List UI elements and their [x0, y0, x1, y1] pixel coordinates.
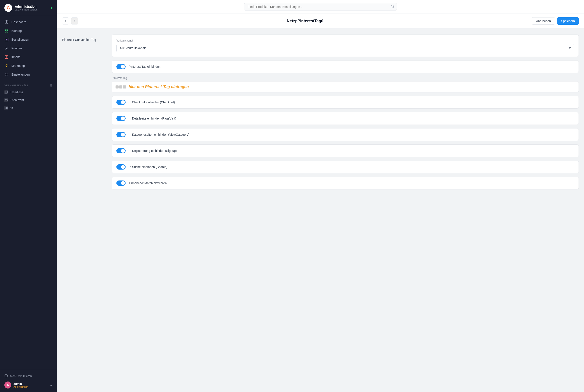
- toggle-card-suche: In Suche einbinden (Search): [112, 160, 579, 173]
- svg-rect-18: [5, 100, 7, 101]
- verkaufskanal-label: Verkaufskanal: [116, 39, 574, 42]
- svg-rect-20: [6, 107, 8, 108]
- sidebar-item-headless[interactable]: Headless: [0, 88, 57, 96]
- user-menu-chevron-icon[interactable]: ▲: [50, 384, 52, 386]
- pinterest-tag-embed-toggle[interactable]: [116, 64, 126, 69]
- sidebar-item-tk[interactable]: tk: [0, 104, 57, 112]
- checkout-toggle-label: In Checkout einbinden (Checkout): [129, 100, 175, 104]
- app-title: Administration: [15, 5, 37, 8]
- save-button[interactable]: Speichern: [557, 17, 579, 25]
- tag-icon-square-2: [119, 86, 122, 88]
- page-header: NetzpPinterestTag6 Abbrechen Speichern: [57, 14, 584, 28]
- sidebar-item-kunden[interactable]: Kunden: [0, 44, 57, 53]
- main-content: NetzpPinterestTag6 Abbrechen Speichern P…: [57, 0, 584, 392]
- toggle-card-detailseite: In Detailseite einbinden (PageVisit): [112, 112, 579, 125]
- svg-point-0: [5, 20, 8, 24]
- sidebar-item-label: Inhalte: [11, 55, 20, 59]
- pinterest-tag-section-label: Pinterest Tag: [112, 76, 579, 80]
- verkaufskanal-select[interactable]: Alle Verkaufskanäle: [116, 44, 574, 52]
- svg-point-10: [6, 47, 7, 48]
- checkout-toggle[interactable]: [116, 100, 126, 105]
- user-section: A admin Administrator ▲: [4, 382, 52, 388]
- kategorieseiten-toggle[interactable]: [116, 132, 126, 137]
- sidebar-channel-label: Headless: [10, 90, 23, 94]
- online-indicator: [51, 7, 52, 9]
- detailseite-toggle[interactable]: [116, 116, 126, 121]
- app-info: Administration v6.1.4 Stable Version: [15, 5, 37, 11]
- headless-channel-icon: [4, 90, 8, 94]
- user-info: admin Administrator: [13, 382, 28, 388]
- page-title: NetzpPinterestTag6: [78, 19, 532, 24]
- pinterest-tag-placeholder-text: hier den Pinterest-Tag eintragen: [129, 84, 189, 89]
- einstellungen-icon: [4, 72, 9, 77]
- search-bar: [244, 3, 397, 10]
- right-panel: Verkaufskanal Alle Verkaufskanäle ▼ Pint…: [112, 34, 579, 386]
- sidebar-item-marketing[interactable]: Marketing: [0, 62, 57, 70]
- registrierung-toggle-label: In Registrierung einbinden (Signup): [129, 149, 177, 152]
- dashboard-icon: [4, 20, 9, 24]
- pinterest-tag-embed-label: Pinterest Tag einbinden: [129, 65, 160, 68]
- sidebar-item-kataloge[interactable]: Kataloge: [0, 26, 57, 35]
- settings-button[interactable]: [71, 18, 78, 24]
- svg-rect-21: [5, 108, 6, 109]
- toggle-card-registrierung: In Registrierung einbinden (Signup): [112, 144, 579, 157]
- sidebar-item-storefront[interactable]: Storefront: [0, 96, 57, 104]
- toggle-card-enhanced: 'Enhanced' Match aktivieren: [112, 177, 579, 190]
- svg-rect-19: [5, 107, 6, 108]
- tk-channel-icon: [4, 106, 8, 110]
- verkaufskanal-select-wrapper: Alle Verkaufskanäle ▼: [116, 44, 574, 52]
- add-channel-button[interactable]: ⊕: [49, 83, 53, 88]
- toggle-card-kategorieseiten: In Kategorieseiten einbinden (ViewCatego…: [112, 128, 579, 141]
- sidebar: G Administration v6.1.4 Stable Version D…: [0, 0, 57, 392]
- sidebar-item-label: Kunden: [11, 46, 22, 50]
- search-input[interactable]: [244, 3, 397, 10]
- bestellungen-icon: [4, 37, 9, 42]
- sidebar-item-bestellungen[interactable]: Bestellungen: [0, 35, 57, 44]
- sidebar-channel-label: Storefront: [10, 98, 24, 102]
- user-avatar: A: [4, 382, 11, 388]
- sidebar-channel-label: tk: [10, 106, 13, 110]
- main-nav: Dashboard Kataloge Bestellungen Kunden I…: [0, 16, 57, 81]
- suche-toggle[interactable]: [116, 164, 126, 170]
- svg-point-25: [391, 5, 394, 8]
- svg-point-1: [6, 22, 7, 23]
- back-button[interactable]: [62, 18, 69, 24]
- sidebar-item-inhalte[interactable]: Inhalte: [0, 53, 57, 62]
- topbar: [57, 0, 584, 14]
- svg-rect-3: [7, 29, 8, 30]
- tag-icon-square-1: [115, 86, 119, 88]
- user-role: Administrator: [13, 386, 28, 388]
- content-area: Pinterest Conversion Tag Verkaufskanal A…: [57, 28, 584, 392]
- marketing-icon: [4, 64, 9, 68]
- svg-point-15: [6, 74, 7, 75]
- verkaufskanal-card: Verkaufskanal Alle Verkaufskanäle ▼: [112, 34, 579, 57]
- detailseite-toggle-label: In Detailseite einbinden (PageVisit): [129, 117, 176, 120]
- sidebar-item-label: Marketing: [11, 64, 25, 68]
- svg-point-27: [74, 20, 75, 22]
- toggle-card-checkout: In Checkout einbinden (Checkout): [112, 96, 579, 108]
- enhanced-toggle-label: 'Enhanced' Match aktivieren: [129, 181, 167, 185]
- header-actions: Abbrechen Speichern: [532, 17, 579, 25]
- section-label: Pinterest Conversion Tag: [62, 34, 106, 386]
- sidebar-item-label: Bestellungen: [11, 38, 29, 41]
- svg-rect-5: [7, 31, 8, 32]
- svg-rect-2: [5, 29, 6, 30]
- sidebar-item-dashboard[interactable]: Dashboard: [0, 18, 57, 26]
- sidebar-header: G Administration v6.1.4 Stable Version: [0, 0, 57, 16]
- minimize-menu-button[interactable]: Menü minimieren: [4, 373, 52, 379]
- sidebar-item-label: Einstellungen: [11, 73, 30, 76]
- suche-toggle-label: In Suche einbinden (Search): [129, 165, 167, 169]
- app-logo: G: [4, 4, 12, 12]
- svg-rect-22: [6, 108, 8, 109]
- svg-line-26: [393, 7, 394, 8]
- svg-rect-4: [5, 31, 6, 32]
- pinterest-tag-input-card[interactable]: hier den Pinterest-Tag eintragen: [112, 81, 579, 92]
- sidebar-footer: Menü minimieren A admin Administrator ▲: [0, 369, 57, 392]
- user-name: admin: [13, 382, 28, 386]
- sidebar-item-einstellungen[interactable]: Einstellungen: [0, 70, 57, 79]
- enhanced-toggle[interactable]: [116, 180, 126, 186]
- tag-placeholder-icon: [115, 86, 126, 88]
- cancel-button[interactable]: Abbrechen: [532, 17, 555, 25]
- pinterest-tag-section: Pinterest Tag hier den Pinterest-Tag ein…: [112, 76, 579, 92]
- registrierung-toggle[interactable]: [116, 148, 126, 154]
